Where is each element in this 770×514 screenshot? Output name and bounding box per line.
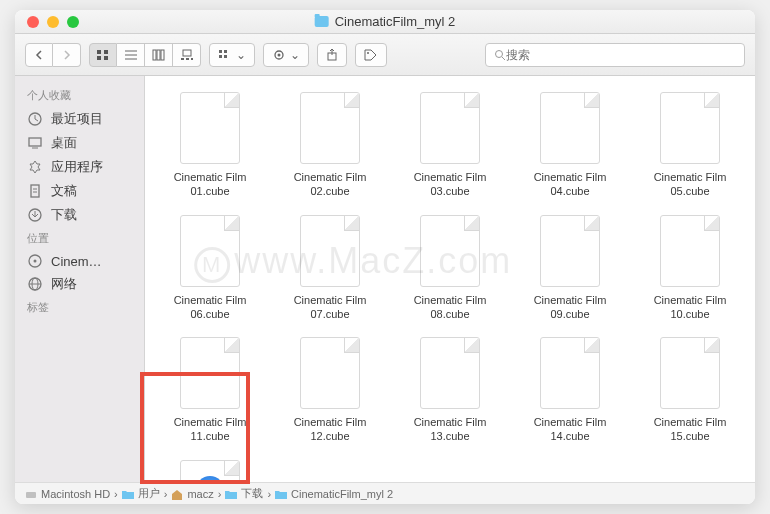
file-item[interactable]: WEBLOCLUT 调色预设导入教程- Ma….webloc xyxy=(151,454,269,482)
cube-file-icon xyxy=(420,215,480,287)
toolbar: ⌄ ⌄ xyxy=(15,34,755,76)
sidebar: 个人收藏最近项目桌面应用程序文稿下载位置Cinem…网络标签 xyxy=(15,76,145,482)
file-name: Cinematic Film 11.cube xyxy=(155,415,265,444)
file-item[interactable]: Cinematic Film 02.cube xyxy=(271,86,389,205)
document-icon xyxy=(27,183,43,199)
icon-view-button[interactable] xyxy=(89,43,117,67)
minimize-button[interactable] xyxy=(47,16,59,28)
path-bar: Macintosh HD›用户›macz›下载›CinematicFilm_my… xyxy=(15,482,755,504)
breadcrumb-label: macz xyxy=(187,488,213,500)
file-grid[interactable]: Cinematic Film 01.cubeCinematic Film 02.… xyxy=(145,76,755,482)
file-name: Cinematic Film 05.cube xyxy=(635,170,745,199)
breadcrumb-item[interactable]: Macintosh HD xyxy=(25,488,110,500)
svg-line-23 xyxy=(502,57,505,60)
forward-button[interactable] xyxy=(53,43,81,67)
column-view-button[interactable] xyxy=(145,43,173,67)
svg-point-22 xyxy=(496,50,503,57)
svg-rect-10 xyxy=(183,50,191,56)
downloads-icon xyxy=(27,207,43,223)
close-button[interactable] xyxy=(27,16,39,28)
file-item[interactable]: Cinematic Film 07.cube xyxy=(271,209,389,328)
sidebar-item[interactable]: 文稿 xyxy=(15,179,144,203)
file-item[interactable]: Cinematic Film 03.cube xyxy=(391,86,509,205)
clock-icon xyxy=(27,111,43,127)
file-name: Cinematic Film 08.cube xyxy=(395,293,505,322)
breadcrumb-label: 用户 xyxy=(138,486,160,501)
file-name: Cinematic Film 03.cube xyxy=(395,170,505,199)
sidebar-item[interactable]: 应用程序 xyxy=(15,155,144,179)
tags-button[interactable] xyxy=(355,43,387,67)
svg-rect-9 xyxy=(161,50,164,60)
svg-rect-14 xyxy=(219,50,222,53)
disk-icon xyxy=(27,253,43,269)
sidebar-item[interactable]: 桌面 xyxy=(15,131,144,155)
sidebar-item[interactable]: 下载 xyxy=(15,203,144,227)
sidebar-item-label: 桌面 xyxy=(51,134,77,152)
breadcrumb-separator: › xyxy=(114,488,118,500)
chevron-down-icon: ⌄ xyxy=(236,48,246,62)
svg-rect-3 xyxy=(104,56,108,60)
file-name: Cinematic Film 07.cube xyxy=(275,293,385,322)
file-item[interactable]: Cinematic Film 08.cube xyxy=(391,209,509,328)
svg-rect-0 xyxy=(97,50,101,54)
tag-icon xyxy=(364,49,378,61)
file-item[interactable]: Cinematic Film 15.cube xyxy=(631,331,749,450)
cube-file-icon xyxy=(180,92,240,164)
arrange-button[interactable]: ⌄ xyxy=(209,43,255,67)
breadcrumb-item[interactable]: macz xyxy=(171,488,213,500)
share-button[interactable] xyxy=(317,43,347,67)
apps-icon xyxy=(27,159,43,175)
file-name: Cinematic Film 02.cube xyxy=(275,170,385,199)
file-item[interactable]: Cinematic Film 12.cube xyxy=(271,331,389,450)
sidebar-item[interactable]: Cinem… xyxy=(15,250,144,272)
maximize-button[interactable] xyxy=(67,16,79,28)
breadcrumb-separator: › xyxy=(218,488,222,500)
sidebar-section-header: 位置 xyxy=(15,227,144,250)
cube-file-icon xyxy=(540,337,600,409)
svg-rect-11 xyxy=(181,58,184,60)
file-item[interactable]: Cinematic Film 04.cube xyxy=(511,86,629,205)
svg-rect-1 xyxy=(104,50,108,54)
svg-point-19 xyxy=(278,53,281,56)
breadcrumb-separator: › xyxy=(164,488,168,500)
file-item[interactable]: Cinematic Film 13.cube xyxy=(391,331,509,450)
svg-point-21 xyxy=(367,52,369,54)
file-name: Cinematic Film 14.cube xyxy=(515,415,625,444)
file-item[interactable]: Cinematic Film 05.cube xyxy=(631,86,749,205)
file-item[interactable]: Cinematic Film 06.cube xyxy=(151,209,269,328)
back-button[interactable] xyxy=(25,43,53,67)
sidebar-item[interactable]: 最近项目 xyxy=(15,107,144,131)
file-item[interactable]: Cinematic Film 10.cube xyxy=(631,209,749,328)
breadcrumb-item[interactable]: CinematicFilm_myl 2 xyxy=(275,488,393,500)
cube-file-icon xyxy=(540,215,600,287)
cube-file-icon xyxy=(300,337,360,409)
gallery-view-button[interactable] xyxy=(173,43,201,67)
file-name: Cinematic Film 12.cube xyxy=(275,415,385,444)
svg-point-32 xyxy=(34,260,37,263)
file-item[interactable]: Cinematic Film 11.cube xyxy=(151,331,269,450)
cube-file-icon xyxy=(660,215,720,287)
file-item[interactable]: Cinematic Film 01.cube xyxy=(151,86,269,205)
search-input[interactable] xyxy=(506,48,736,62)
cube-file-icon xyxy=(660,92,720,164)
folder-icon xyxy=(315,16,329,27)
action-button[interactable]: ⌄ xyxy=(263,43,309,67)
sidebar-item[interactable]: 网络 xyxy=(15,272,144,296)
search-field[interactable] xyxy=(485,43,745,67)
file-item[interactable]: Cinematic Film 14.cube xyxy=(511,331,629,450)
cube-file-icon xyxy=(300,215,360,287)
cube-file-icon xyxy=(420,92,480,164)
folder-icon xyxy=(275,489,287,499)
disk-icon xyxy=(25,489,37,499)
chevron-down-icon: ⌄ xyxy=(290,48,300,62)
svg-rect-13 xyxy=(191,58,193,60)
breadcrumb-item[interactable]: 用户 xyxy=(122,486,160,501)
breadcrumb-label: 下载 xyxy=(241,486,263,501)
breadcrumb-item[interactable]: 下载 xyxy=(225,486,263,501)
cube-file-icon xyxy=(180,337,240,409)
sidebar-item-label: 下载 xyxy=(51,206,77,224)
file-item[interactable]: Cinematic Film 09.cube xyxy=(511,209,629,328)
safari-icon xyxy=(196,476,224,482)
file-name: Cinematic Film 10.cube xyxy=(635,293,745,322)
list-view-button[interactable] xyxy=(117,43,145,67)
